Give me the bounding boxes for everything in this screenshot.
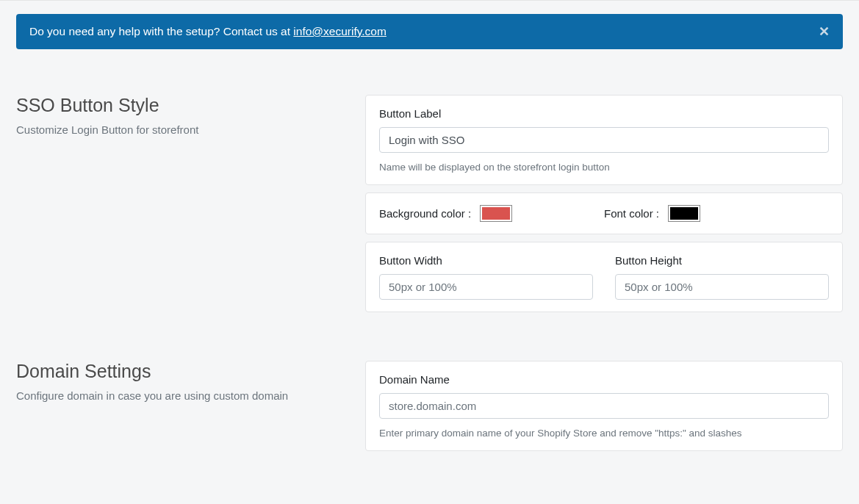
button-label-input[interactable] [379,127,829,153]
domain-name-input[interactable] [379,393,829,419]
height-group: Button Height [615,254,829,300]
domain-section-subtitle: Configure domain in case you are using c… [16,389,351,402]
colors-card: Background color : Font color : [365,192,843,234]
button-width-input[interactable] [379,274,593,300]
font-color-swatch [670,207,698,220]
domain-name-card: Domain Name Enter primary domain name of… [365,361,843,451]
help-alert: Do you need any help with the setup? Con… [16,14,843,49]
bg-color-group: Background color : [379,205,604,222]
font-color-picker[interactable] [668,205,700,222]
width-group: Button Width [379,254,593,300]
domain-name-help: Enter primary domain name of your Shopif… [379,428,829,439]
alert-email-link[interactable]: info@xecurify.com [293,25,387,37]
button-height-input[interactable] [615,274,829,300]
domain-section-title: Domain Settings [16,361,351,382]
button-height-label: Button Height [615,254,829,267]
button-width-label: Button Width [379,254,593,267]
bg-color-swatch [482,207,510,220]
sso-section-title: SSO Button Style [16,95,351,116]
sso-button-style-section: SSO Button Style Customize Login Button … [16,95,843,320]
font-color-group: Font color : [604,205,829,222]
alert-prefix: Do you need any help with the setup? Con… [29,25,293,37]
alert-text: Do you need any help with the setup? Con… [29,25,387,38]
bg-color-label: Background color : [379,207,471,220]
bg-color-picker[interactable] [480,205,512,222]
button-label-card: Button Label Name will be displayed on t… [365,95,843,185]
dimensions-card: Button Width Button Height [365,242,843,312]
sso-section-subtitle: Customize Login Button for storefront [16,123,351,136]
button-label-help: Name will be displayed on the storefront… [379,162,829,173]
domain-name-label: Domain Name [379,373,829,386]
close-icon[interactable]: ✕ [819,25,830,38]
font-color-label: Font color : [604,207,659,220]
domain-settings-section: Domain Settings Configure domain in case… [16,361,843,458]
button-label-label: Button Label [379,107,829,120]
